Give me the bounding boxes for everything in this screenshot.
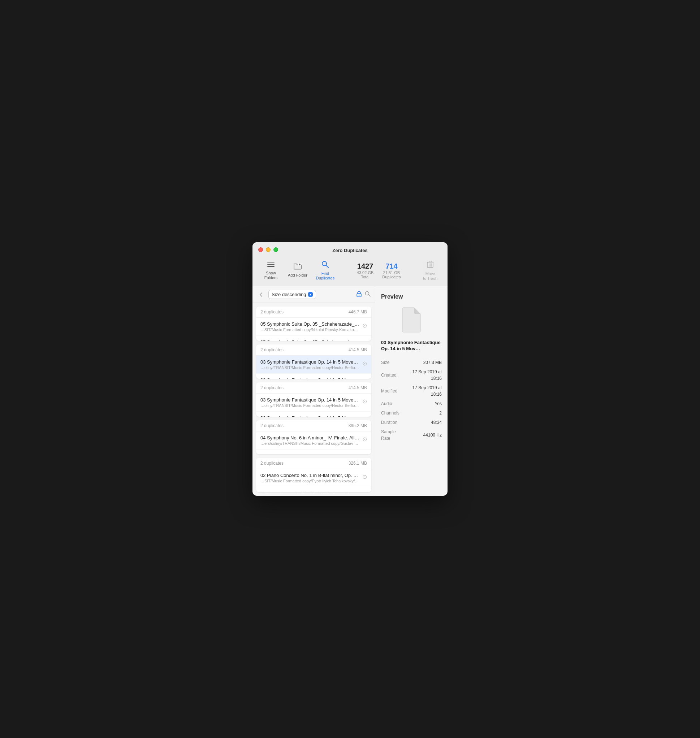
list-item[interactable]: 03 Symphonie Fantastique Op. 14 in 5 Mov… xyxy=(256,412,371,417)
item-title: 04 Symphony No. 6 in A minor_ IV. Finale… xyxy=(260,435,359,440)
meta-row-sample-rate: Sample Rate 44100 Hz xyxy=(381,427,442,443)
move-to-trash-label: Move to Trash xyxy=(423,271,437,281)
channels-label: Channels xyxy=(381,408,405,418)
more-options-button[interactable]: ⊙ xyxy=(362,454,367,455)
group-dup-count: 2 duplicates xyxy=(260,423,284,428)
item-text: 04 Symphony No. 6 in A minor_ IV. Finale… xyxy=(260,453,359,455)
group-size: 395.2 MB xyxy=(349,423,367,428)
group-dup-count: 2 duplicates xyxy=(260,461,284,466)
meta-row-channels: Channels 2 xyxy=(381,408,442,418)
sort-label: Size descending xyxy=(272,292,306,297)
dup-count: 714 xyxy=(382,262,401,270)
list-item[interactable]: 05 Symphonic Suite Op. 35 _Scheherazade_… xyxy=(256,336,371,341)
close-button[interactable] xyxy=(258,247,263,252)
svg-point-16 xyxy=(359,295,359,295)
svg-point-5 xyxy=(322,261,326,266)
list-item[interactable]: 04 Symphony No. 6 in A minor_ IV. Finale… xyxy=(256,449,371,455)
sample-rate-label: Sample Rate xyxy=(381,427,405,443)
preview-icon-area xyxy=(381,307,442,333)
group-header: 2 duplicates395.2 MB xyxy=(256,420,371,431)
meta-row-size: Size 207.3 MB xyxy=(381,358,442,367)
item-text: 03 Symphonie Fantastique Op. 14 in 5 Mov… xyxy=(260,415,359,417)
svg-line-18 xyxy=(369,295,371,296)
back-button[interactable] xyxy=(257,290,265,299)
more-options-button[interactable]: ⊙ xyxy=(362,398,367,405)
list-item[interactable]: 03 Symphonie Fantastique Op. 14 in 5 Mov… xyxy=(256,393,371,412)
group-header: 2 duplicates414.5 MB xyxy=(256,382,371,393)
item-path: …SIT/Music Formatted copy/Nikolai Rimsky… xyxy=(260,327,359,332)
svg-line-6 xyxy=(326,266,328,267)
item-title: 05 Symphonic Suite Op. 35 _Scheherazade_… xyxy=(260,321,359,327)
preview-meta-table: Size 207.3 MB Created 17 Sep 2019 at 18:… xyxy=(381,358,442,443)
add-folder-button[interactable]: + Add Folder xyxy=(284,262,312,279)
list-item[interactable]: 03 Symphonie Fantastique Op. 14 in 5 Mov… xyxy=(256,356,371,374)
meta-row-duration: Duration 48:34 xyxy=(381,418,442,427)
preview-file-name: 03 Symphonie Fantastique Op. 14 in 5 Mov… xyxy=(381,340,442,352)
move-to-trash-button[interactable]: Move to Trash xyxy=(419,259,442,282)
find-duplicates-label: Find Duplicates xyxy=(316,271,334,280)
list-item[interactable]: 02 Piano Concerto No. 1 in B-flat minor,… xyxy=(256,487,371,492)
list-item[interactable]: 02 Piano Concerto No. 1 in B-flat minor,… xyxy=(256,469,371,487)
modified-value: 17 Sep 2019 at 18:16 xyxy=(405,383,442,399)
item-title: 02 Piano Concerto No. 1 in B-flat minor,… xyxy=(260,472,359,478)
find-duplicates-button[interactable]: Find Duplicates xyxy=(312,259,339,282)
item-title: 04 Symphony No. 6 in A minor_ IV. Finale… xyxy=(260,453,359,455)
filter-icons xyxy=(356,291,371,299)
meta-row-audio: Audio Yes xyxy=(381,399,442,408)
size-label: Size xyxy=(381,358,405,367)
right-panel: Preview 03 Symphonie Fantastique Op. 14 … xyxy=(375,286,447,496)
add-folder-icon: + xyxy=(294,263,301,271)
show-folders-button[interactable]: Show Folders xyxy=(258,260,284,282)
duplicate-group: 2 duplicates414.5 MB 03 Symphonie Fantas… xyxy=(256,345,371,379)
search-filter-icon[interactable] xyxy=(365,291,371,298)
item-text: 04 Symphony No. 6 in A minor_ IV. Finale… xyxy=(260,435,359,446)
stats-area: 1427 43.02 GB Total 714 21.51 GB Duplica… xyxy=(357,262,401,279)
item-path: …ers/coliny/TRANSIT/Music Formatted copy… xyxy=(260,441,359,446)
list-item[interactable]: 05 Symphonic Suite Op. 35 _Scheherazade_… xyxy=(256,318,371,336)
meta-row-created: Created 17 Sep 2019 at 18:16 xyxy=(381,367,442,383)
total-label: Total xyxy=(357,275,374,279)
content-area: Size descending ▾ xyxy=(253,286,447,496)
more-options-button[interactable]: ⊙ xyxy=(362,378,367,379)
group-header: 2 duplicates326.1 MB xyxy=(256,458,371,469)
dup-size: 21.51 GB xyxy=(382,270,401,275)
more-options-button[interactable]: ⊙ xyxy=(362,416,367,417)
preview-title: Preview xyxy=(381,293,442,300)
item-text: 03 Symphonie Fantastique Op. 14 in 5 Mov… xyxy=(260,397,359,408)
group-dup-count: 2 duplicates xyxy=(260,347,284,352)
show-folders-label: Show Folders xyxy=(265,271,278,280)
list-item[interactable]: 03 Symphonie Fantastique Op. 14 in 5 Mov… xyxy=(256,374,371,379)
item-title: 03 Symphonie Fantastique Op. 14 in 5 Mov… xyxy=(260,415,359,417)
group-size: 414.5 MB xyxy=(349,385,367,390)
item-title: 02 Piano Concerto No. 1 in B-flat minor,… xyxy=(260,491,359,492)
channels-value: 2 xyxy=(405,408,442,418)
more-options-button[interactable]: ⊙ xyxy=(362,436,367,443)
total-count: 1427 xyxy=(357,262,374,270)
more-options-button[interactable]: ⊙ xyxy=(362,473,367,480)
more-options-button[interactable]: ⊙ xyxy=(362,340,367,341)
group-size: 446.7 MB xyxy=(349,310,367,314)
more-options-button[interactable]: ⊙ xyxy=(362,492,367,492)
group-header: 2 duplicates414.5 MB xyxy=(256,345,371,356)
item-path: …SIT/Music Formatted copy/Pyotr Ilyich T… xyxy=(260,479,359,483)
sample-rate-value: 44100 Hz xyxy=(405,427,442,443)
item-text: 02 Piano Concerto No. 1 in B-flat minor,… xyxy=(260,491,359,492)
dup-label: Duplicates xyxy=(382,275,401,279)
group-size: 414.5 MB xyxy=(349,347,367,352)
file-icon xyxy=(401,307,422,333)
svg-rect-0 xyxy=(267,262,275,263)
modified-label: Modified xyxy=(381,383,405,399)
item-text: 05 Symphonic Suite Op. 35 _Scheherazade_… xyxy=(260,339,359,341)
maximize-button[interactable] xyxy=(274,247,278,252)
list-item[interactable]: 04 Symphony No. 6 in A minor_ IV. Finale… xyxy=(256,431,371,449)
search-icon xyxy=(322,261,329,270)
more-options-button[interactable]: ⊙ xyxy=(362,322,367,329)
audio-value: Yes xyxy=(405,399,442,408)
total-stat: 1427 43.02 GB Total xyxy=(357,262,374,279)
item-text: 03 Symphonie Fantastique Op. 14 in 5 Mov… xyxy=(260,359,359,370)
lock-filter-icon[interactable] xyxy=(356,291,362,299)
more-options-button[interactable]: ⊙ xyxy=(362,360,367,367)
sort-selector[interactable]: Size descending ▾ xyxy=(268,290,316,299)
minimize-button[interactable] xyxy=(266,247,271,252)
duplicates-stat: 714 21.51 GB Duplicates xyxy=(382,262,401,279)
